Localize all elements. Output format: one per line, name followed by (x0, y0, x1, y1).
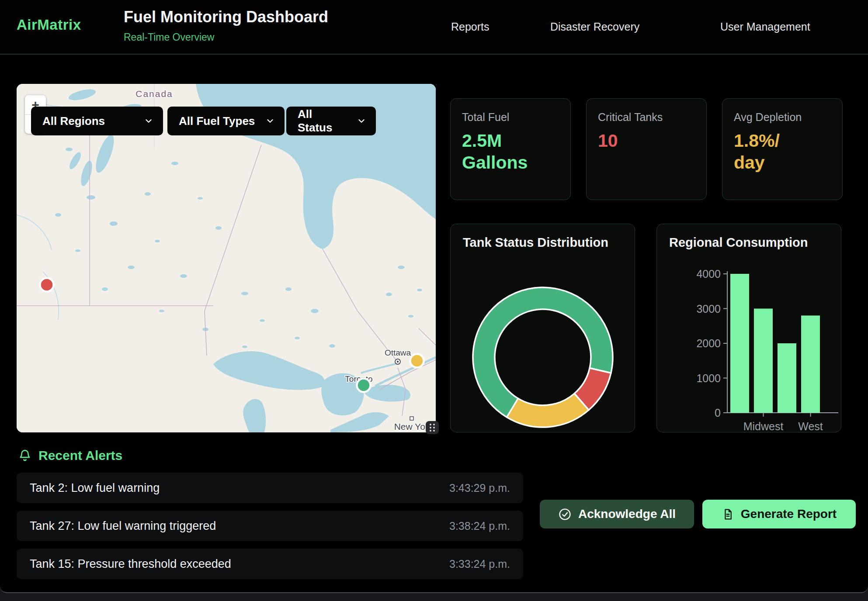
app-logo: AirMatrix (17, 17, 81, 33)
alert-row[interactable]: Tank 27: Low fuel warning triggered 3:38… (17, 511, 523, 541)
map-panel[interactable]: Canada Ottawa Toronto New York + − All R… (17, 84, 436, 432)
map-canvas[interactable]: Canada Ottawa Toronto New York (17, 84, 436, 432)
stat-card-critical-tanks: Critical Tanks 10 (586, 98, 707, 200)
check-circle-icon (558, 508, 572, 521)
chevron-down-icon (357, 116, 366, 126)
warning-tank-marker[interactable] (410, 354, 424, 368)
acknowledge-all-button[interactable]: Acknowledge All (540, 500, 694, 528)
stat-value: 1.8%/day (734, 130, 831, 173)
x-tick-label: Midwest (743, 420, 784, 432)
regional-consumption-bar-chart: 01000200030004000MidwestWest (657, 224, 841, 432)
dashboard-window: AirMatrix Fuel Monitoring Dashboard Real… (0, 0, 868, 593)
generate-report-label: Generate Report (741, 507, 837, 521)
x-tick-label: West (798, 420, 823, 432)
stat-card-total-fuel: Total Fuel 2.5MGallons (450, 98, 571, 200)
alert-timestamp: 3:43:29 p.m. (449, 482, 510, 494)
y-tick-label: 1000 (696, 372, 721, 384)
region-filter-dropdown[interactable]: All Regions (31, 107, 163, 135)
stat-card-avg-depletion: Avg Depletion 1.8%/day (722, 98, 843, 200)
y-tick-label: 2000 (696, 337, 721, 349)
acknowledge-all-label: Acknowledge All (578, 507, 676, 521)
map-label-canada: Canada (135, 89, 173, 99)
status-filter-value: All Status (298, 107, 349, 135)
tank-status-donut-chart (451, 224, 635, 432)
grip-dots-icon (426, 421, 439, 434)
region-filter-value: All Regions (42, 114, 105, 128)
generate-report-button[interactable]: Generate Report (702, 500, 856, 528)
fuel-type-filter-dropdown[interactable]: All Fuel Types (167, 107, 285, 135)
y-tick-label: 4000 (696, 268, 721, 280)
chevron-down-icon (265, 116, 275, 126)
status-filter-dropdown[interactable]: All Status (286, 107, 376, 135)
y-tick-label: 0 (715, 407, 721, 419)
bar-south (778, 343, 796, 413)
bar-midwest (754, 309, 773, 413)
alert-row[interactable]: Tank 15: Pressure threshold exceeded 3:3… (17, 549, 523, 579)
alert-timestamp: 3:38:24 p.m. (449, 520, 510, 532)
tank-status-distribution-panel: Tank Status Distribution (450, 224, 635, 432)
critical-tank-marker[interactable] (40, 278, 54, 292)
donut-segment-warning (507, 394, 589, 427)
stat-label: Critical Tanks (598, 111, 695, 124)
map-label-ottawa: Ottawa (385, 348, 411, 357)
stat-value: 2.5MGallons (462, 130, 559, 173)
stat-value: 10 (598, 130, 695, 152)
recent-alerts-header: Recent Alerts (18, 448, 122, 463)
fuel-type-filter-value: All Fuel Types (179, 114, 255, 128)
header: AirMatrix Fuel Monitoring Dashboard Real… (0, 0, 868, 55)
stat-label: Total Fuel (462, 111, 559, 124)
bar-northeast (730, 274, 749, 413)
map-resize-handle[interactable] (426, 421, 439, 434)
page-subtitle: Real-Time Overview (124, 31, 214, 43)
nav-user-management[interactable]: User Management (720, 21, 810, 33)
recent-alerts-title: Recent Alerts (38, 448, 122, 463)
regional-consumption-panel: Regional Consumption 01000200030004000Mi… (656, 224, 841, 432)
alert-message: Tank 27: Low fuel warning triggered (30, 519, 216, 533)
page-title: Fuel Monitoring Dashboard (124, 8, 328, 26)
bar-west (801, 315, 820, 413)
nav-reports[interactable]: Reports (451, 21, 490, 33)
alert-timestamp: 3:33:24 p.m. (449, 558, 510, 570)
chevron-down-icon (144, 116, 153, 126)
nav-disaster-recovery[interactable]: Disaster Recovery (550, 21, 639, 33)
alert-message: Tank 2: Low fuel warning (30, 481, 160, 495)
alert-row[interactable]: Tank 2: Low fuel warning 3:43:29 p.m. (17, 473, 523, 503)
y-tick-label: 3000 (696, 303, 721, 315)
normal-tank-marker[interactable] (357, 379, 371, 392)
report-document-icon (722, 508, 734, 521)
alert-message: Tank 15: Pressure threshold exceeded (30, 557, 231, 571)
bell-icon (18, 448, 31, 463)
stat-label: Avg Depletion (734, 111, 831, 124)
